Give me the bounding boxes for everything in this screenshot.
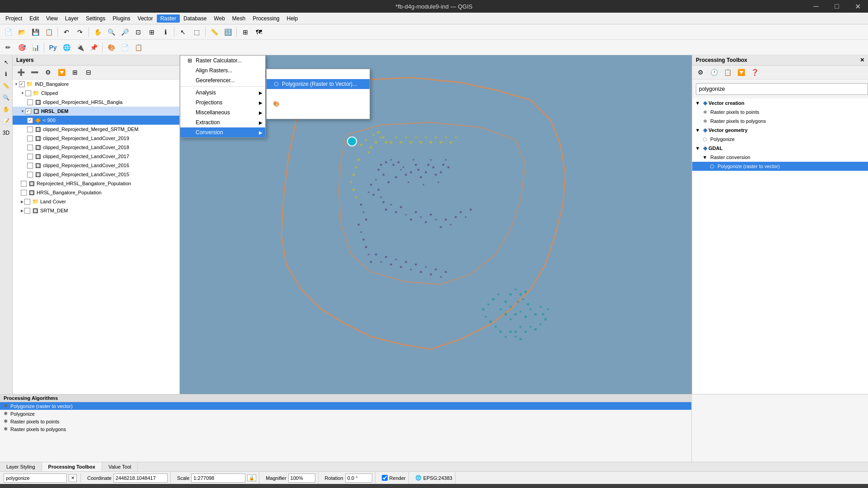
algo-polygonize-raster-to-vector[interactable]: ✱ Polygonize (raster to vector): [0, 402, 691, 410]
zoom-tool-button[interactable]: 🔍: [1, 92, 12, 103]
projections-item[interactable]: Projections ▶: [180, 98, 265, 108]
toolbox-raster-pixels-to-polygons[interactable]: ✱ Raster pixels to polygons: [692, 117, 868, 126]
layer-merged-srtm[interactable]: 🔲 clipped_Reprojected_Merged_SRTM_DEM: [13, 125, 179, 134]
menu-edit[interactable]: Edit: [26, 14, 42, 23]
zoom-full-button[interactable]: ⊡: [132, 26, 145, 38]
layer-lt900[interactable]: 🔶 < 900: [13, 116, 179, 125]
zoom-in-button[interactable]: 🔍: [105, 26, 117, 38]
layer-clipped-hrsl[interactable]: 🔲 clipped_Reprojected_HRSL_Bangla: [13, 98, 179, 107]
algo-raster-pixels-to-points[interactable]: ✱ Raster pixels to points: [0, 418, 691, 425]
toolbox-polygonize-raster-to-vector[interactable]: ⬡ Polygonize (raster to vector): [692, 162, 868, 171]
scale-lock-button[interactable]: 🔒: [247, 474, 256, 481]
map-canvas[interactable]: ⊞ Raster Calculator... Align Rasters... …: [180, 55, 692, 394]
tab-value-tool[interactable]: Value Tool: [102, 462, 138, 471]
menu-layer[interactable]: Layer: [61, 14, 82, 23]
expand-all-button[interactable]: ⊞: [69, 66, 81, 78]
layer-checkbox[interactable]: [25, 90, 31, 96]
rgb-to-pct-item[interactable]: 🎨 RGB to PCT...: [267, 99, 370, 109]
add-layer-button[interactable]: ➕: [14, 66, 27, 78]
plugin1-button[interactable]: 🌐: [60, 42, 73, 53]
remove-layer-button[interactable]: ➖: [28, 66, 41, 78]
toolbox-help-button[interactable]: ❓: [748, 66, 761, 78]
layout-button[interactable]: 🗺: [253, 26, 265, 38]
filter-layer-button[interactable]: 🔽: [55, 66, 68, 78]
rotation-input[interactable]: [345, 474, 372, 483]
layer-checkbox[interactable]: [25, 108, 31, 114]
conversion-item[interactable]: Conversion ▶ ↔ PCT to RGB... ⬡ Polygoniz…: [180, 127, 265, 137]
save-button[interactable]: 💾: [29, 26, 42, 38]
plugin3-button[interactable]: 📌: [87, 42, 100, 53]
menu-mesh[interactable]: Mesh: [229, 14, 249, 23]
menu-settings[interactable]: Settings: [82, 14, 109, 23]
polygonize-item[interactable]: ⬡ Polygonize (Raster to Vector)...: [267, 79, 370, 89]
layer-clipped[interactable]: ▼ 📁 Clipped: [13, 89, 179, 98]
layer-lc2017[interactable]: 🔲 clipped_Reprojected_LandCover_2017: [13, 152, 179, 161]
open-project-button[interactable]: 📂: [15, 26, 28, 38]
rasterize-item[interactable]: ⊞ Rasterize (Vector to Raster)...: [267, 89, 370, 99]
tab-layer-styling[interactable]: Layer Styling: [0, 462, 42, 471]
layer-reprojected-hrsl-pop[interactable]: 🔲 Reprojected_HRSL_Bangalore_Population: [13, 179, 179, 188]
layer-checkbox[interactable]: [19, 81, 25, 87]
plugin2-button[interactable]: 🔌: [74, 42, 86, 53]
raster-calculator-item[interactable]: ⊞ Raster Calculator...: [180, 56, 265, 66]
deselect-button[interactable]: ⬚: [190, 26, 203, 38]
report-button[interactable]: 📋: [132, 42, 145, 53]
bottom-search-clear[interactable]: ✕: [69, 474, 77, 482]
layer-checkbox[interactable]: [21, 181, 27, 187]
align-rasters-item[interactable]: Align Rasters...: [180, 66, 265, 75]
digitize-button[interactable]: ✏: [2, 42, 14, 53]
layer-checkbox[interactable]: [24, 208, 30, 214]
toolbox-polygonize[interactable]: ⬡ Polygonize: [692, 135, 868, 144]
redo-button[interactable]: ↷: [74, 26, 86, 38]
layer-checkbox[interactable]: [27, 145, 33, 150]
miscellaneous-item[interactable]: Miscellaneous ▶: [180, 108, 265, 117]
tab-processing-toolbox[interactable]: Processing Toolbox: [42, 462, 102, 471]
layer-checkbox[interactable]: [21, 190, 27, 196]
save-as-button[interactable]: 📋: [42, 26, 55, 38]
pan-button[interactable]: ✋: [91, 26, 104, 38]
layer-checkbox[interactable]: [24, 199, 30, 205]
layer-ind-bangalore[interactable]: ▼ 📁 IND_Bangalore: [13, 80, 179, 89]
menu-web[interactable]: Web: [210, 14, 228, 23]
close-button[interactable]: ✕: [847, 0, 868, 13]
annotate-button[interactable]: 📝: [1, 116, 12, 127]
layer-checkbox[interactable]: [27, 172, 33, 178]
toolbox-cat-vector-creation[interactable]: ▼ ◆ Vector creation: [692, 99, 868, 108]
layer-checkbox[interactable]: [27, 136, 33, 141]
menu-plugins[interactable]: Plugins: [109, 14, 134, 23]
toolbox-filter-button[interactable]: 🔽: [735, 66, 747, 78]
layer-landcover[interactable]: ▶ 📁 Land Cover: [13, 197, 179, 206]
close-toolbox-button[interactable]: ✕: [860, 57, 864, 63]
menu-project[interactable]: Project: [2, 14, 26, 23]
collapse-all-button[interactable]: ⊟: [82, 66, 95, 78]
menu-vector[interactable]: Vector: [134, 14, 157, 23]
pan-tool-button[interactable]: ✋: [1, 104, 12, 115]
identify-features-button[interactable]: ℹ: [1, 69, 12, 80]
style-button[interactable]: 🎨: [105, 42, 117, 53]
python-button[interactable]: Py: [47, 42, 59, 53]
toolbox-results-button[interactable]: 📋: [721, 66, 734, 78]
toolbox-raster-pixels-to-points[interactable]: ✱ Raster pixels to points: [692, 108, 868, 117]
layer-lc2019[interactable]: 🔲 clipped_Reprojected_LandCover_2019: [13, 134, 179, 143]
zoom-layer-button[interactable]: ⊞: [145, 26, 158, 38]
magnifier-input[interactable]: [288, 474, 315, 483]
layer-lc2018[interactable]: 🔲 clipped_Reprojected_LandCover_2018: [13, 143, 179, 152]
layer-checkbox[interactable]: [27, 127, 33, 132]
layer-srtm-dem[interactable]: ▶ 🔲 SRTM_DEM: [13, 206, 179, 215]
extraction-item[interactable]: Extraction ▶: [180, 117, 265, 127]
toolbox-cat-vector-geometry[interactable]: ▼ ◆ Vector geometry: [692, 126, 868, 135]
menu-view[interactable]: View: [42, 14, 61, 23]
toolbox-raster-conversion[interactable]: ▼ Raster conversion: [692, 153, 868, 162]
toolbox-settings-button[interactable]: ⚙: [694, 66, 707, 78]
layer-hrsl-dem[interactable]: ▼ 🔲 HRSL_DEM: [13, 107, 179, 116]
georeferencer-item[interactable]: Georeferencer...: [180, 75, 265, 85]
menu-processing[interactable]: Processing: [249, 14, 283, 23]
layer-checkbox[interactable]: [27, 117, 33, 123]
select-button[interactable]: ↖: [177, 26, 189, 38]
layer-lc2016[interactable]: 🔲 clipped_Reprojected_LandCover_2016: [13, 161, 179, 170]
layout2-button[interactable]: 📄: [118, 42, 131, 53]
zoom-out-button[interactable]: 🔎: [118, 26, 131, 38]
minimize-button[interactable]: ─: [806, 0, 826, 13]
algo-raster-pixels-to-polygons[interactable]: ✱ Raster pixels to polygons: [0, 425, 691, 433]
3d-button[interactable]: 3D: [1, 127, 12, 138]
